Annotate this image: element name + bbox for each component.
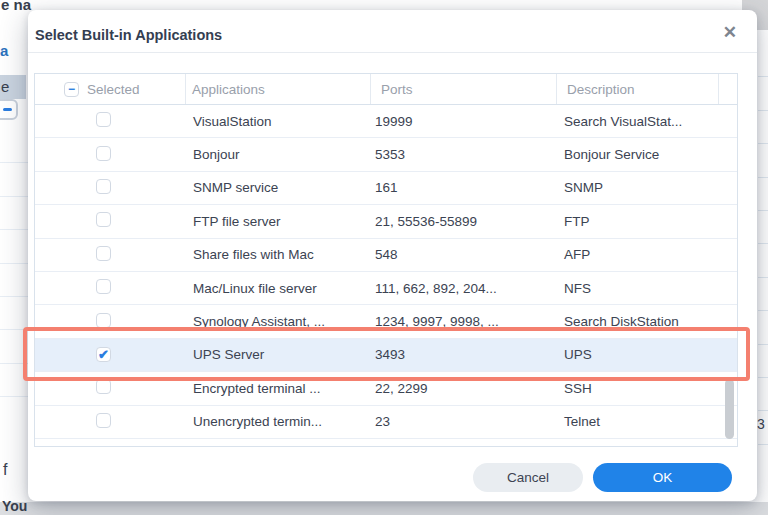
column-header-label: Selected [87,82,140,97]
column-header-label: Ports [381,82,413,97]
column-header-label: Description [567,82,635,97]
cell-selected [35,179,186,197]
row-checkbox[interactable] [96,279,111,294]
grid-body: VisualStation 19999 Search VisualStat...… [35,105,737,439]
cancel-button[interactable]: Cancel [473,463,583,492]
ok-button[interactable]: OK [593,463,732,492]
row-checkbox[interactable] [96,112,111,127]
cell-application: Synology Assistant, ... [186,314,371,329]
cell-description: FTP [557,214,719,229]
background-text-fragment: e na [1,0,31,13]
cell-ports: 3493 [371,347,557,362]
background-text-fragment: You [2,498,27,514]
background-text-fragment: e [1,78,9,95]
column-header-selected[interactable]: − Selected [35,74,186,104]
minus-icon [3,108,12,111]
column-header-spacer [719,74,737,104]
cell-application: Mac/Linux file server [186,281,371,296]
row-checkbox[interactable] [96,379,111,394]
background-text-fragment: 3 [757,416,765,432]
cell-description: Telnet [557,414,719,429]
dialog-title: Select Built-in Applications [35,27,222,43]
cell-selected [35,146,186,164]
cell-selected [35,246,186,264]
select-built-in-applications-dialog: Select Built-in Applications ✕ − Selecte… [28,10,757,501]
cell-selected: ✔ [35,347,186,362]
table-row[interactable]: Unencrypted termin... 23 Telnet [35,406,737,439]
background-bar-fragment [0,502,768,515]
cell-selected [35,413,186,431]
cell-description: Search DiskStation [557,314,719,329]
table-row[interactable]: FTP file server 21, 55536-55899 FTP [35,205,737,238]
background-link-fragment: a [0,42,8,59]
cell-application: Share files with Mac [186,247,371,262]
cell-ports: 5353 [371,147,557,162]
cell-application: FTP file server [186,214,371,229]
cell-application: UPS Server [186,347,371,362]
cell-ports: 161 [371,180,557,195]
column-header-ports[interactable]: Ports [371,74,557,104]
cell-description: AFP [557,247,719,262]
row-checkbox[interactable] [96,246,111,261]
select-all-checkbox[interactable]: − [64,82,79,97]
title-divider [28,52,757,53]
background-text-fragment: f [3,461,7,479]
row-checkbox[interactable]: ✔ [96,347,111,362]
cell-description: Search VisualStat... [557,114,719,129]
table-row[interactable]: SNMP service 161 SNMP [35,172,737,205]
cell-selected [35,313,186,331]
scrollbar-thumb[interactable] [725,379,734,439]
background-checkbox-fragment [0,99,18,120]
cell-application: Encrypted terminal ... [186,381,371,396]
table-row[interactable]: Encrypted terminal ... 22, 2299 SSH [35,372,737,405]
table-row[interactable]: Synology Assistant, ... 1234, 9997, 9998… [35,305,737,338]
cell-ports: 22, 2299 [371,381,557,396]
cell-selected [35,112,186,130]
column-header-description[interactable]: Description [557,74,719,104]
row-checkbox[interactable] [96,179,111,194]
table-header-row: − Selected Applications Ports Descriptio… [35,74,737,105]
cell-ports: 19999 [371,114,557,129]
cell-ports: 23 [371,414,557,429]
row-checkbox[interactable] [96,212,111,227]
cell-application: Unencrypted termin... [186,414,371,429]
cell-description: SSH [557,381,719,396]
cell-ports: 21, 55536-55899 [371,214,557,229]
cell-application: Bonjour [186,147,371,162]
cell-selected [35,279,186,297]
row-checkbox[interactable] [96,146,111,161]
table-row[interactable]: Bonjour 5353 Bonjour Service [35,138,737,171]
background-table-lines [758,44,768,454]
cell-ports: 111, 662, 892, 204... [371,281,557,296]
cell-ports: 1234, 9997, 9998, ... [371,314,557,329]
table-row[interactable]: VisualStation 19999 Search VisualStat... [35,105,737,138]
column-header-applications[interactable]: Applications [186,74,371,104]
cell-application: SNMP service [186,180,371,195]
cell-description: SNMP [557,180,719,195]
cell-description: NFS [557,281,719,296]
cell-application: VisualStation [186,114,371,129]
background-table-lines [0,130,28,430]
cell-ports: 548 [371,247,557,262]
row-checkbox[interactable] [96,413,111,428]
row-checkbox[interactable] [96,313,111,328]
table-row[interactable]: Share files with Mac 548 AFP [35,239,737,272]
cell-description: Bonjour Service [557,147,719,162]
applications-table: − Selected Applications Ports Descriptio… [34,73,738,447]
table-row[interactable]: Mac/Linux file server 111, 662, 892, 204… [35,272,737,305]
cell-selected [35,212,186,230]
close-icon[interactable]: ✕ [723,24,737,41]
cell-selected [35,379,186,397]
table-row[interactable]: ✔ UPS Server 3493 UPS [35,339,737,372]
cell-description: UPS [557,347,719,362]
column-header-label: Applications [192,82,265,97]
